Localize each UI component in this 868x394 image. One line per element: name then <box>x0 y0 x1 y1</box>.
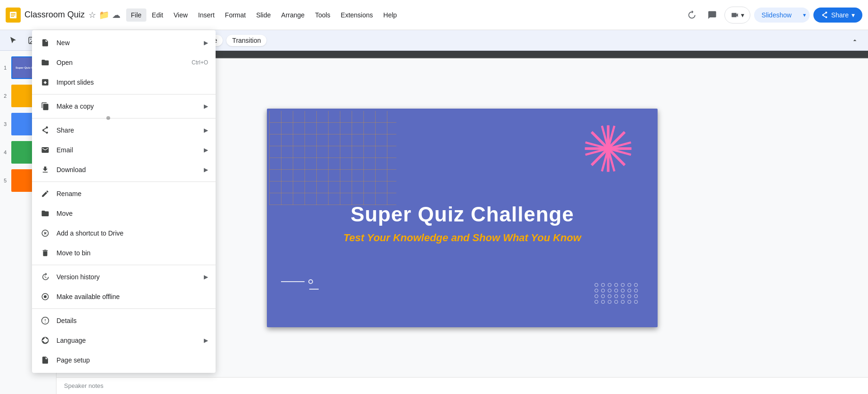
menu-arrange[interactable]: Arrange <box>276 8 309 22</box>
dots-grid-decoration <box>595 283 639 304</box>
download-icon <box>40 164 51 175</box>
svg-point-26 <box>45 322 46 323</box>
new-label: New <box>56 39 204 47</box>
divider-1 <box>32 94 216 95</box>
version-icon <box>40 271 51 283</box>
meet-button[interactable]: ▾ <box>724 7 750 24</box>
svg-point-23 <box>44 295 47 298</box>
share-arrow[interactable]: ▾ <box>852 11 855 19</box>
menu-item-import[interactable]: Import slides <box>32 72 216 92</box>
language-arrow: ▶ <box>204 337 208 344</box>
menu-item-offline[interactable]: Make available offline <box>32 287 216 307</box>
shortcut-label: Add a shortcut to Drive <box>56 229 208 237</box>
menu-item-share[interactable]: Share ▶ <box>32 120 216 140</box>
menu-bar: File Edit View Insert Format Slide Arran… <box>126 8 683 22</box>
slide-num-4: 4 <box>4 150 11 155</box>
copy-icon <box>40 101 51 112</box>
menu-item-details[interactable]: Details <box>32 311 216 331</box>
comments-button[interactable] <box>704 7 721 24</box>
download-arrow: ▶ <box>204 166 208 173</box>
menu-help[interactable]: Help <box>378 8 402 22</box>
menu-item-page-setup[interactable]: Page setup <box>32 350 216 370</box>
menu-item-move[interactable]: Move <box>32 204 216 223</box>
transition-button[interactable]: Transition <box>226 35 266 46</box>
cloud-icon[interactable]: ☁ <box>112 10 121 20</box>
divider-5 <box>32 308 216 309</box>
svg-rect-4 <box>11 16 14 17</box>
menu-item-bin[interactable]: Move to bin <box>32 243 216 263</box>
menu-format[interactable]: Format <box>220 8 250 22</box>
slide-subtitle: Test Your Knowledge and Show What You Kn… <box>343 232 581 244</box>
page-setup-label: Page setup <box>56 356 208 364</box>
offline-icon <box>40 291 51 302</box>
menu-insert[interactable]: Insert <box>193 8 219 22</box>
import-label: Import slides <box>56 79 208 86</box>
version-label: Version history <box>56 273 204 281</box>
dash-element <box>309 289 319 290</box>
menu-item-email[interactable]: Email ▶ <box>32 140 216 160</box>
open-label: Open <box>56 59 188 66</box>
menu-item-language[interactable]: Language ▶ <box>32 331 216 350</box>
copy-label: Make a copy <box>56 102 204 110</box>
menu-item-rename[interactable]: Rename <box>32 184 216 204</box>
starburst-decoration <box>582 123 634 174</box>
slide-grid-decoration <box>269 111 396 205</box>
svg-rect-2 <box>11 13 16 14</box>
rename-label: Rename <box>56 190 208 197</box>
shortcut-icon <box>40 228 51 239</box>
slideshow-main-button[interactable]: Slideshow <box>754 8 799 23</box>
menu-item-open[interactable]: Open Ctrl+O <box>32 53 216 72</box>
svg-point-6 <box>30 39 31 39</box>
share-menu-label: Share <box>56 126 204 134</box>
slideshow-button-group: Slideshow ▾ <box>754 8 810 23</box>
share-menu-arrow: ▶ <box>204 127 208 134</box>
folder-icon[interactable]: 📁 <box>99 10 109 20</box>
expand-panel-btn[interactable] <box>847 33 862 48</box>
doc-title: Classroom Quiz <box>24 10 85 20</box>
bin-label: Move to bin <box>56 249 208 257</box>
email-icon <box>40 144 51 156</box>
app-icon <box>6 8 21 23</box>
share-button[interactable]: Share ▾ <box>813 8 862 23</box>
slide-num-3: 3 <box>4 121 11 127</box>
slide-num-1: 1 <box>4 65 11 71</box>
menu-item-shortcut[interactable]: Add a shortcut to Drive <box>32 223 216 243</box>
menu-item-new[interactable]: New ▶ <box>32 33 216 53</box>
move-icon <box>40 208 51 219</box>
slide-num-5: 5 <box>4 178 11 183</box>
star-icon[interactable]: ☆ <box>88 10 96 20</box>
bin-icon <box>40 247 51 259</box>
version-arrow: ▶ <box>204 274 208 280</box>
top-bar: Classroom Quiz ☆ 📁 ☁ File Edit View Inse… <box>0 0 868 30</box>
version-history-button[interactable] <box>683 7 700 24</box>
dot <box>595 283 598 287</box>
language-icon <box>40 335 51 346</box>
slideshow-dropdown-button[interactable]: ▾ <box>799 8 810 22</box>
menu-tools[interactable]: Tools <box>310 8 335 22</box>
download-label: Download <box>56 166 204 173</box>
language-label: Language <box>56 337 204 344</box>
new-icon <box>40 37 51 48</box>
open-icon <box>40 57 51 68</box>
bottom-line-element <box>281 279 313 284</box>
toolbar-select-btn[interactable] <box>6 33 21 48</box>
menu-extensions[interactable]: Extensions <box>336 8 378 22</box>
move-label: Move <box>56 210 208 217</box>
menu-file[interactable]: File <box>126 8 146 22</box>
menu-edit[interactable]: Edit <box>147 8 168 22</box>
rename-icon <box>40 188 51 199</box>
page-setup-icon <box>40 355 51 366</box>
email-arrow: ▶ <box>204 147 208 153</box>
menu-item-make-copy[interactable]: Make a copy ▶ <box>32 96 216 116</box>
import-icon <box>40 77 51 88</box>
top-right-actions: ▾ Slideshow ▾ Share ▾ <box>683 7 862 24</box>
menu-item-download[interactable]: Download ▶ <box>32 160 216 180</box>
menu-item-version[interactable]: Version history ▶ <box>32 267 216 287</box>
notes-placeholder[interactable]: Speaker notes <box>64 382 860 389</box>
share-menu-icon <box>40 125 51 136</box>
notes-bar: Speaker notes <box>56 377 868 394</box>
email-label: Email <box>56 146 204 154</box>
menu-slide[interactable]: Slide <box>251 8 275 22</box>
menu-view[interactable]: View <box>169 8 193 22</box>
offline-label: Make available offline <box>56 293 208 300</box>
